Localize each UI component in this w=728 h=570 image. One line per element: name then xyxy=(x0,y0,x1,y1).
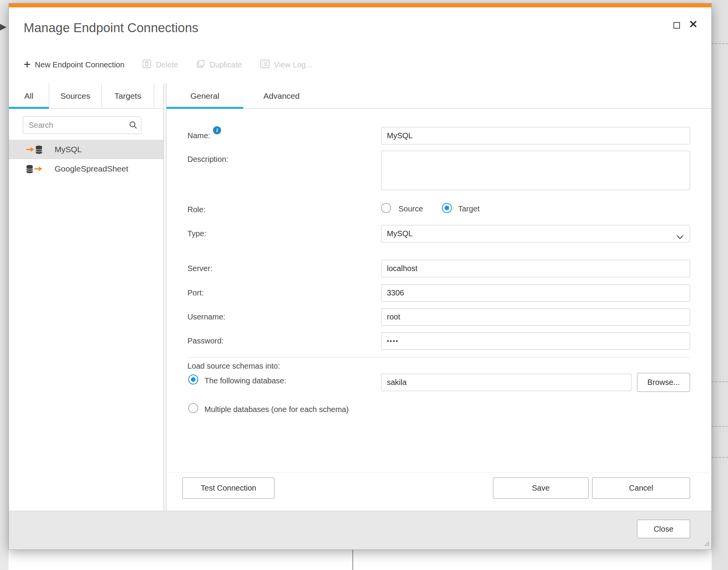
list-item-mysql[interactable]: MySQL xyxy=(9,140,163,159)
toolbar: + New Endpoint Connection Delete xyxy=(24,56,312,73)
dialog-accent-bar xyxy=(9,3,711,7)
tab-targets[interactable]: Targets xyxy=(102,83,154,108)
endpoint-list: MySQL GoogleSpreadSheet xyxy=(9,140,163,179)
multiple-databases-radio[interactable] xyxy=(188,403,198,413)
app-background-right xyxy=(712,0,728,570)
view-log-icon xyxy=(260,59,270,70)
manage-endpoint-connections-dialog: Manage Endpoint Connections ✕ + New Endp… xyxy=(9,3,712,550)
multiple-databases-label: Multiple databases (one for each schema) xyxy=(204,405,349,414)
search-input[interactable] xyxy=(23,117,141,134)
port-field[interactable] xyxy=(381,284,690,302)
following-database-radio[interactable] xyxy=(188,374,198,385)
tab-all[interactable]: All xyxy=(9,83,49,108)
background-dashed-line xyxy=(712,381,728,382)
list-item-googlespreadsheet[interactable]: GoogleSpreadSheet xyxy=(9,159,163,179)
background-dashed-line xyxy=(712,457,728,458)
detail-tabs: General Advanced xyxy=(167,83,712,109)
test-connection-button[interactable]: Test Connection xyxy=(182,477,275,499)
duplicate-label: Duplicate xyxy=(209,60,242,69)
delete-icon xyxy=(142,59,151,70)
role-source-radio[interactable] xyxy=(381,203,391,213)
load-schemas-label: Load source schemas into: xyxy=(187,362,280,371)
chevron-down-icon xyxy=(676,232,683,241)
dialog-title: Manage Endpoint Connections xyxy=(24,21,198,35)
duplicate-icon xyxy=(196,59,205,70)
description-field[interactable] xyxy=(381,151,690,190)
app-background-left xyxy=(0,0,9,570)
duplicate-button[interactable]: Duplicate xyxy=(196,59,242,70)
username-label: Username: xyxy=(187,312,225,321)
server-field[interactable] xyxy=(381,260,690,277)
new-endpoint-connection-label: New Endpoint Connection xyxy=(35,60,124,69)
dialog-footer: Close xyxy=(9,511,711,549)
list-item-label: GoogleSpreadSheet xyxy=(55,164,128,173)
delete-button[interactable]: Delete xyxy=(142,59,178,70)
tab-general[interactable]: General xyxy=(167,83,243,108)
view-log-label: View Log... xyxy=(274,60,312,69)
background-divider-line xyxy=(352,550,353,570)
plus-icon: + xyxy=(24,60,31,69)
background-dashed-line xyxy=(712,43,728,44)
new-endpoint-connection-button[interactable]: + New Endpoint Connection xyxy=(24,60,124,69)
endpoint-filter-tabs: All Sources Targets xyxy=(9,83,163,109)
endpoint-list-panel: All Sources Targets xyxy=(9,83,163,511)
name-label: Name: xyxy=(187,131,210,140)
section-divider xyxy=(186,357,690,357)
password-field[interactable] xyxy=(381,332,690,350)
port-label: Port: xyxy=(187,288,204,297)
info-icon[interactable]: i xyxy=(213,126,221,134)
server-label: Server: xyxy=(187,264,212,273)
tab-sources[interactable]: Sources xyxy=(49,83,102,108)
password-label: Password: xyxy=(187,337,223,345)
following-database-field[interactable] xyxy=(381,374,632,391)
close-button[interactable]: Close xyxy=(637,520,690,538)
type-select[interactable]: MySQL xyxy=(381,225,690,242)
delete-label: Delete xyxy=(156,60,178,69)
button-row-divider xyxy=(167,472,712,472)
search-box xyxy=(23,117,141,134)
username-field[interactable] xyxy=(381,308,690,326)
list-item-label: MySQL xyxy=(55,145,82,154)
close-icon[interactable]: ✕ xyxy=(689,18,698,31)
description-label: Description: xyxy=(187,155,228,164)
view-log-button[interactable]: View Log... xyxy=(260,59,312,70)
panel-splitter[interactable] xyxy=(163,83,167,511)
name-field[interactable] xyxy=(381,127,690,144)
following-database-label: The following database: xyxy=(204,376,286,385)
app-background-bottom xyxy=(9,550,712,570)
role-target-label: Target xyxy=(458,204,480,213)
save-button[interactable]: Save xyxy=(493,477,589,499)
source-endpoint-icon xyxy=(26,165,48,173)
collapse-arrow-icon: ▶ xyxy=(0,19,7,33)
browse-button[interactable]: Browse... xyxy=(637,373,690,392)
type-select-value: MySQL xyxy=(387,229,413,238)
role-target-radio[interactable] xyxy=(442,203,452,213)
tab-advanced[interactable]: Advanced xyxy=(243,83,320,108)
background-dashed-line xyxy=(712,426,728,427)
target-endpoint-icon xyxy=(26,145,48,154)
role-label: Role: xyxy=(187,205,206,214)
resize-grip-icon[interactable] xyxy=(704,541,709,548)
role-source-label: Source xyxy=(398,204,423,213)
cancel-button[interactable]: Cancel xyxy=(592,477,690,499)
maximize-icon[interactable] xyxy=(673,22,680,29)
search-icon xyxy=(129,121,137,131)
type-label: Type: xyxy=(187,229,206,238)
